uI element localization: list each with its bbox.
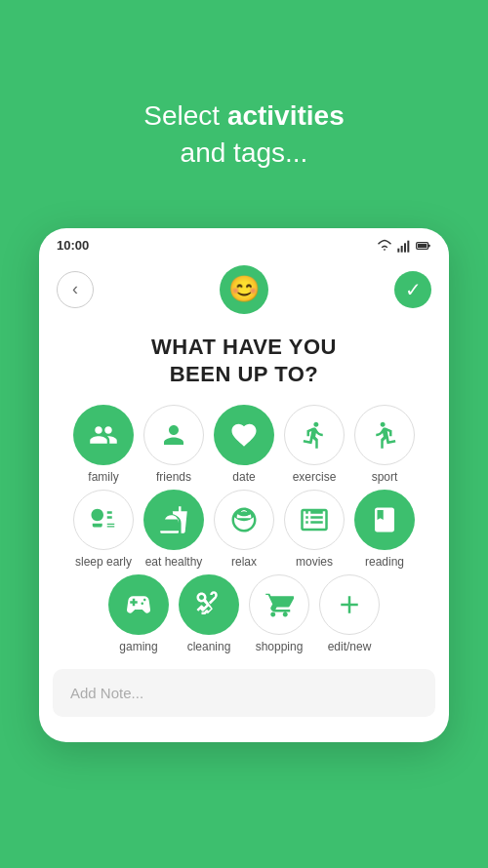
activity-gaming[interactable]: gaming <box>108 574 169 653</box>
svg-rect-3 <box>407 240 409 252</box>
sleep-icon <box>89 505 118 534</box>
emoji-icon: 😊 <box>220 265 268 314</box>
top-bar: ‹ 😊 ✓ <box>39 259 449 324</box>
exercise-circle <box>284 405 345 465</box>
gaming-circle <box>108 574 169 635</box>
check-button[interactable]: ✓ <box>394 271 431 308</box>
sport-icon <box>370 420 399 450</box>
exercise-label: exercise <box>293 470 337 484</box>
note-placeholder: Add Note... <box>70 685 143 701</box>
emoji-face: 😊 <box>228 274 260 304</box>
shopping-label: shopping <box>256 640 304 653</box>
status-bar: 10:00 <box>39 228 449 259</box>
exercise-icon <box>300 420 329 450</box>
svg-rect-2 <box>404 243 406 252</box>
shopping-circle <box>249 574 309 635</box>
date-circle <box>214 405 274 465</box>
activity-friends[interactable]: friends <box>143 405 204 484</box>
family-icon <box>89 420 118 450</box>
sport-label: sport <box>372 470 398 484</box>
svg-rect-0 <box>397 248 399 252</box>
activity-shopping[interactable]: shopping <box>249 574 309 653</box>
sleep-circle <box>73 490 134 550</box>
cleaning-label: cleaning <box>187 640 231 653</box>
status-icons <box>377 238 431 254</box>
activity-sleep-early[interactable]: sleep early <box>73 490 134 569</box>
svg-rect-5 <box>428 244 430 247</box>
friends-label: friends <box>156 470 191 484</box>
header-section: Select activities and tags... <box>143 49 344 201</box>
reading-icon <box>370 505 399 534</box>
activity-family[interactable]: family <box>73 405 134 484</box>
relax-circle <box>214 490 274 550</box>
wifi-icon <box>377 238 392 254</box>
relax-label: relax <box>231 555 257 569</box>
eat-label: eat healthy <box>145 555 203 569</box>
sleep-label: sleep early <box>75 555 132 569</box>
activity-reading[interactable]: reading <box>354 490 415 569</box>
activity-row-3: gaming cleaning shopping <box>108 574 380 653</box>
date-label: date <box>232 470 255 484</box>
add-note-area[interactable]: Add Note... <box>53 669 435 717</box>
activities-grid: family friends date <box>39 405 449 653</box>
question-text: WHAT HAVE YOUBEEN UP TO? <box>39 324 449 405</box>
edit-circle <box>319 574 380 635</box>
friends-circle <box>143 405 204 465</box>
activity-eat-healthy[interactable]: eat healthy <box>143 490 204 569</box>
activity-cleaning[interactable]: cleaning <box>179 574 239 653</box>
header-line2: and tags... <box>181 138 308 168</box>
edit-label: edit/new <box>328 640 372 653</box>
shopping-icon <box>264 590 294 619</box>
svg-rect-6 <box>418 244 427 248</box>
cleaning-icon <box>194 590 224 619</box>
relax-icon <box>229 505 259 534</box>
activity-date[interactable]: date <box>214 405 274 484</box>
signal-icon <box>396 238 412 254</box>
activity-sport[interactable]: sport <box>354 405 415 484</box>
gaming-label: gaming <box>119 640 157 653</box>
movies-label: movies <box>296 555 333 569</box>
phone-card: 10:00 ‹ 😊 ✓ WHAT HAVE YOUBEEN UP TO? <box>39 228 449 742</box>
gaming-icon <box>124 590 153 619</box>
activity-row-2: sleep early eat healthy relax <box>73 490 415 569</box>
reading-circle <box>354 490 415 550</box>
status-time: 10:00 <box>57 238 89 253</box>
back-button[interactable]: ‹ <box>57 271 94 308</box>
date-icon <box>229 420 259 450</box>
cleaning-circle <box>179 574 239 635</box>
header-text: Select activities and tags... <box>143 98 344 172</box>
activity-edit-new[interactable]: edit/new <box>319 574 380 653</box>
eat-icon <box>159 505 188 534</box>
activity-exercise[interactable]: exercise <box>284 405 345 484</box>
movies-icon <box>300 505 329 534</box>
reading-label: reading <box>365 555 404 569</box>
activity-relax[interactable]: relax <box>214 490 274 569</box>
svg-rect-1 <box>401 246 403 253</box>
activity-row-1: family friends date <box>73 405 415 484</box>
activity-movies[interactable]: movies <box>284 490 345 569</box>
family-circle <box>73 405 134 465</box>
movies-circle <box>284 490 345 550</box>
sport-circle <box>354 405 415 465</box>
eat-circle <box>143 490 204 550</box>
friends-icon <box>159 420 188 450</box>
battery-icon <box>416 238 431 254</box>
plus-icon <box>335 590 364 619</box>
header-bold: activities <box>227 100 345 131</box>
family-label: family <box>88 470 118 484</box>
